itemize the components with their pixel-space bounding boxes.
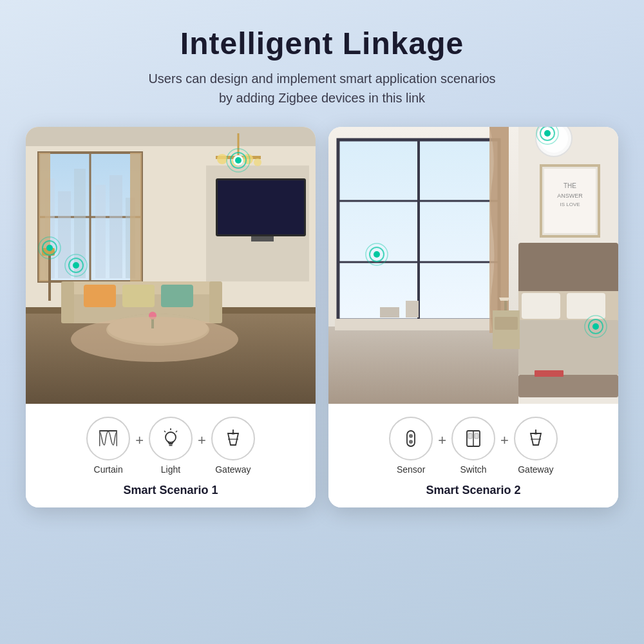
- svg-point-103: [409, 434, 413, 438]
- svg-rect-13: [109, 175, 122, 278]
- svg-rect-84: [567, 293, 605, 319]
- svg-point-111: [534, 433, 538, 435]
- card1-devices-row: Curtain +: [35, 417, 306, 475]
- svg-point-35: [217, 154, 227, 164]
- svg-rect-89: [518, 375, 618, 397]
- plus-1: +: [135, 432, 144, 449]
- gateway2-label: Gateway: [518, 464, 553, 475]
- scenario1-title: Smart Scenario 1: [35, 484, 306, 497]
- svg-rect-24: [209, 281, 222, 323]
- svg-point-99: [592, 323, 599, 330]
- svg-rect-20: [251, 236, 274, 242]
- svg-rect-73: [406, 301, 419, 317]
- card2-device-sensor: Sensor: [389, 417, 433, 475]
- card2-image: THE ANSWER IS LOVE: [328, 127, 618, 404]
- svg-text:THE: THE: [564, 182, 576, 189]
- svg-rect-2: [26, 127, 316, 146]
- light-icon-circle: [149, 417, 193, 460]
- svg-point-32: [71, 317, 238, 362]
- svg-rect-25: [84, 285, 116, 307]
- sensor-icon: [399, 427, 422, 450]
- svg-rect-71: [335, 319, 501, 330]
- gateway-label: Gateway: [215, 464, 251, 475]
- subtitle-text: Users can design and implement smart app…: [148, 69, 495, 108]
- light-icon: [159, 427, 182, 450]
- switch-icon: [462, 427, 485, 450]
- plus-3: +: [438, 432, 446, 449]
- svg-rect-19: [218, 180, 304, 234]
- svg-rect-23: [61, 281, 74, 323]
- card2-devices-row: Sensor + Switch: [338, 417, 609, 475]
- svg-rect-39: [48, 249, 51, 301]
- gateway2-icon: [524, 427, 547, 450]
- svg-rect-72: [380, 307, 399, 317]
- subtitle-line2: by adding Zigbee devices in this link: [219, 91, 425, 105]
- plus-4: +: [500, 432, 509, 449]
- card-scenario-1: Curtain +: [26, 127, 316, 507]
- svg-point-38: [254, 158, 261, 166]
- svg-rect-102: [407, 431, 415, 446]
- switch-label: Switch: [460, 464, 486, 475]
- subtitle-line1: Users can design and implement smart app…: [148, 71, 495, 86]
- svg-point-63: [231, 433, 235, 435]
- svg-rect-26: [122, 285, 155, 307]
- svg-rect-87: [495, 317, 518, 330]
- card1-bottom: Curtain +: [26, 404, 316, 507]
- card1-image: [26, 127, 316, 404]
- curtain-icon: [97, 427, 120, 450]
- header-section: Intelligent Linkage Users can design and…: [109, 0, 534, 120]
- svg-text:IS LOVE: IS LOVE: [560, 202, 580, 207]
- svg-point-46: [73, 262, 79, 269]
- svg-point-43: [235, 157, 242, 164]
- svg-rect-81: [518, 243, 618, 294]
- page-title: Intelligent Linkage: [148, 26, 495, 61]
- svg-rect-16: [130, 153, 142, 281]
- svg-rect-77: [544, 169, 596, 233]
- svg-rect-12: [95, 185, 106, 278]
- curtain-icon-circle: [86, 417, 130, 460]
- card2-device-gateway: Gateway: [514, 417, 558, 475]
- svg-rect-108: [475, 433, 478, 439]
- light-label: Light: [161, 464, 180, 475]
- svg-rect-83: [522, 293, 560, 319]
- svg-point-96: [374, 251, 380, 258]
- card2-bottom: Sensor + Switch: [328, 404, 618, 507]
- curtain-label: Curtain: [94, 464, 123, 475]
- gateway2-icon-circle: [514, 417, 558, 460]
- svg-rect-90: [535, 370, 564, 377]
- card1-device-curtain: Curtain: [86, 417, 130, 475]
- svg-text:ANSWER: ANSWER: [557, 193, 583, 199]
- svg-rect-85: [518, 320, 618, 375]
- svg-point-104: [409, 440, 413, 444]
- svg-rect-107: [468, 433, 472, 439]
- svg-line-60: [164, 431, 166, 432]
- scenario2-title: Smart Scenario 2: [338, 484, 609, 497]
- gateway-icon: [222, 427, 245, 450]
- card-scenario-2: THE ANSWER IS LOVE: [328, 127, 618, 507]
- svg-rect-11: [74, 169, 86, 278]
- plus-2: +: [198, 432, 206, 449]
- card1-device-light: Light: [149, 417, 193, 475]
- sensor-icon-circle: [389, 417, 433, 460]
- svg-point-49: [46, 245, 53, 251]
- cards-container: Curtain +: [0, 120, 644, 527]
- sensor-label: Sensor: [397, 464, 425, 475]
- switch-icon-circle: [451, 417, 495, 460]
- svg-rect-27: [161, 285, 193, 307]
- gateway-icon-circle: [211, 417, 255, 460]
- svg-point-55: [166, 432, 176, 442]
- card1-device-gateway: Gateway: [211, 417, 255, 475]
- svg-point-93: [544, 130, 551, 137]
- svg-line-59: [176, 431, 177, 432]
- card2-device-switch: Switch: [451, 417, 495, 475]
